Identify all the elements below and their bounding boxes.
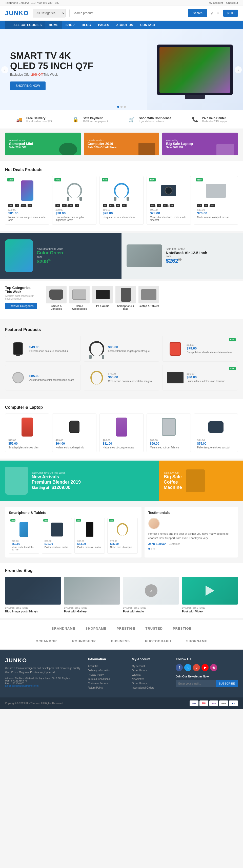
featured-card-4[interactable]: $85.00 Auctur gravida enim pellentesque … — [5, 365, 81, 391]
comp-card-4[interactable]: $84.00 $69.00 Mauris sed rutrum falis cu — [147, 413, 191, 452]
partner-brandname[interactable]: BRANDNAME — [49, 625, 78, 632]
promo-banner-laptop[interactable]: Best Selling Big Sale Laptop Sale 30% Of… — [162, 133, 238, 155]
featured-card-2[interactable]: $95.00 Kastnet laboritis sagittis pellen… — [84, 336, 159, 362]
partner-roundshop[interactable]: ROUNDSHOP — [70, 638, 98, 644]
featured-card-6[interactable]: Sale $96.99 $80.00 Fusce ultricies dolor… — [162, 365, 238, 391]
footer-order-history[interactable]: Order History — [132, 668, 171, 673]
footer-info-terms[interactable]: Terms & Conditions — [88, 677, 127, 681]
partner-business[interactable]: BUSINESS — [108, 638, 132, 644]
twitter-icon[interactable]: t — [184, 664, 191, 671]
nav-contact[interactable]: CONTACT — [137, 21, 159, 29]
promo-banner-computer[interactable]: OnSale Product Computer 2019 Sale 30% Of… — [84, 133, 159, 155]
sale-banner-blender[interactable]: Sale Offer 30% Off This Week New Arrival… — [0, 461, 159, 501]
comp-card-2[interactable]: $79.00 $64.00 Nullam euismod niget nisi — [52, 413, 96, 452]
nav-home[interactable]: HOME — [45, 21, 62, 29]
blog-card-2[interactable]: By admin, Jan 24 2019 Post with Gallery — [64, 577, 120, 613]
footer-info-privacy[interactable]: Privacy Policy — [88, 673, 127, 677]
checkout-link[interactable]: Checkout — [226, 1, 238, 4]
product-card-4[interactable]: New 529: 05: 54: 04 $99.00 $78.00 Mauris… — [147, 176, 191, 225]
product-card-3[interactable]: New 44: 05: 54: 04 $99.00 $78.00 Risque … — [99, 176, 144, 225]
youtube-icon[interactable]: ▶ — [202, 664, 209, 671]
comp-card-5[interactable]: $84.00 $75.00 Pellentesque ultricies sus… — [194, 413, 238, 452]
my-account-link[interactable]: My account — [209, 1, 223, 4]
footer-international[interactable]: International Orders — [132, 686, 171, 690]
testimonial-dot-2[interactable] — [151, 548, 152, 550]
top-bar: Telephone Enquiry: (012) 400 456 789 - 9… — [0, 0, 243, 6]
hero-dot-1[interactable] — [117, 106, 119, 108]
hero-dot-3[interactable] — [124, 106, 126, 108]
price-old-4: $99.00 — [150, 209, 187, 211]
promo-banner-gamepad[interactable]: Featured Product Gamepad Mini Sale 20% O… — [5, 133, 81, 155]
hero-next-arrow[interactable]: › — [235, 66, 242, 73]
promo-strip-laptop[interactable]: Sale Off Laptop NoteBook Air 12.5 Inch f… — [121, 233, 243, 279]
show-all-btn[interactable]: Show All Categories — [5, 303, 37, 309]
category-laptop-name: Laptop & Tablets — [139, 305, 159, 307]
search-button[interactable]: Search — [188, 9, 207, 17]
category-laptop[interactable]: Laptop & Tablets — [139, 286, 159, 310]
featured-card-5[interactable]: $75.00 $65.00 Cras neque horrisa consect… — [84, 365, 159, 391]
sm-card-2[interactable]: New $80.00 $75.00 Eviden mods vel mattis — [42, 518, 72, 554]
featured-card-3[interactable]: Sale $94.99 $79.00 Duis pulvinar abarlis… — [162, 336, 238, 362]
promo-strip-laptop-text: Sale Off Laptop NoteBook Air 12.5 Inch f… — [166, 247, 207, 264]
nav-all-categories[interactable]: ALL CATEGORIES — [5, 21, 45, 29]
partner-trusted[interactable]: TRUSTED — [143, 625, 165, 632]
footer-info-return[interactable]: Return Policy — [88, 686, 127, 690]
compare-icon[interactable]: ⇄ — [211, 12, 213, 15]
sale-banner-coffee[interactable]: Sale 30% Off Big SaleCoffeeMachine — [159, 461, 243, 501]
category-tv[interactable]: TV & Audio — [92, 286, 113, 310]
footer-info-service[interactable]: Customer Service — [88, 681, 127, 686]
partner-photograph[interactable]: PHOTOGRAPH — [143, 638, 174, 644]
testimonial-dot-3[interactable] — [153, 548, 155, 550]
category-select[interactable]: All Categories — [33, 9, 66, 18]
blog-card-3[interactable]: ♪ By admin, Jan 24 2019 Post with Audio — [123, 577, 179, 613]
partner-oceandor[interactable]: OCEANDOR — [33, 638, 59, 644]
sm-card-3[interactable]: New $86.00 $83.00 Eviden mods vel mattis — [74, 518, 105, 554]
price-old-1: $99.00 — [8, 209, 46, 211]
featured-card-1[interactable]: $49.00 Pellentesque posuere handant dui — [5, 336, 81, 362]
nav-blog[interactable]: BLOG — [78, 21, 95, 29]
search-input[interactable] — [69, 9, 188, 17]
partner-shopname-2[interactable]: SHOPNAME — [184, 638, 210, 644]
nav-pages[interactable]: PAGES — [95, 21, 113, 29]
product-name-3: Risque eum velit elementum — [103, 216, 140, 219]
product-card-5[interactable]: New 609: 54: 04 $99.00 $70.00 Mode ornar… — [194, 176, 238, 225]
facebook-icon[interactable]: f — [176, 664, 183, 671]
footer-info-delivery[interactable]: Delivery Information — [88, 668, 127, 673]
blog-card-4[interactable]: By admin, Jan 24 2019 Post with Video — [182, 577, 238, 613]
hero-dot-2[interactable] — [120, 106, 123, 108]
google-plus-icon[interactable]: g — [193, 664, 200, 671]
testimonial-dot-1[interactable] — [148, 548, 150, 550]
sm-card-4[interactable]: New $78.00 $65.00 Natus eros ut congue — [107, 518, 138, 554]
wishlist-icon[interactable]: ♡ — [217, 12, 219, 15]
comp-card-1[interactable]: $77.00 $56.00 Sri adaptiples ultricies d… — [5, 413, 49, 452]
footer-my-account[interactable]: My account — [132, 664, 171, 668]
category-home-acc[interactable]: Home Accessories — [69, 286, 90, 310]
logo[interactable]: JUNKO — [5, 10, 29, 17]
product-card-1[interactable]: New 06: 05: 54: 04 $99.00 $81.00 Natus e… — [5, 176, 49, 225]
partner-prestige-1[interactable]: PRESTIGE — [114, 625, 138, 632]
instagram-icon[interactable]: ◉ — [210, 664, 217, 671]
footer-order-history-2[interactable]: Order History — [132, 681, 171, 686]
hero-cta-button[interactable]: SHOPPING NOW — [10, 82, 45, 90]
sm-card-1[interactable]: New $79.00 $69.00 Mium sed rutrum falis … — [9, 518, 39, 554]
nav-about[interactable]: ABOUT US — [113, 21, 137, 29]
coffee-shape — [186, 469, 205, 492]
newsletter-input[interactable] — [176, 680, 216, 687]
partner-prestige-2[interactable]: PRESTIGE — [170, 625, 194, 632]
sm-price-4: $65.00 — [110, 542, 135, 545]
comp-card-3[interactable]: $86.00 $81.00 Natus eros ut congue musa — [99, 413, 144, 452]
footer-info-about[interactable]: About Us — [88, 664, 127, 668]
cart-button[interactable]: $0.00 — [223, 10, 238, 17]
newsletter-btn[interactable]: SUBSCRIBE — [216, 680, 238, 687]
nav-shop[interactable]: SHOP — [62, 21, 78, 29]
hot-deals-section: Hot Deals Products New 06: 05: 54: 04 $9… — [0, 161, 243, 231]
hero-prev-arrow[interactable]: ‹ — [1, 66, 8, 73]
product-card-2[interactable]: New 49: 05: 54: 04 $99.00 $78.00 Laudant… — [52, 176, 96, 225]
footer-wishlist[interactable]: Wishlist — [132, 673, 171, 677]
footer-newsletter[interactable]: Newsletter — [132, 677, 171, 681]
promo-strip-phone[interactable]: New Smartphone 2019 Color Green from $20… — [0, 233, 121, 279]
blog-card-1[interactable]: By admin, Jan 24 2019 Blog Image post (S… — [5, 577, 61, 613]
category-games[interactable]: Games & Consoles — [46, 286, 66, 310]
partner-shopname-1[interactable]: SHOPNAME — [83, 625, 109, 632]
category-smartphone[interactable]: Smartphone & Ipad — [115, 286, 136, 310]
